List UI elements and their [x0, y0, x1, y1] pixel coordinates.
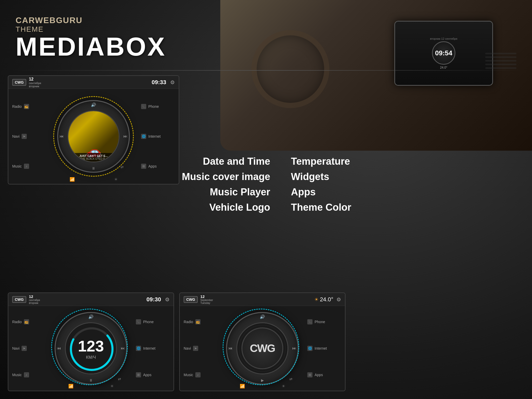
screen1-body: Radio 📻 Navi ➤ Music ♪ 🔊 ⏸	[8, 89, 179, 184]
screen3-center: 🔊 ▶ ⏮ ⏭ ⇄ CWG	[221, 306, 303, 391]
screen1-apps[interactable]: ⊞ Apps	[137, 162, 179, 171]
screen3-wheel-container: 🔊 ▶ ⏮ ⏭ ⇄ CWG	[226, 312, 299, 385]
screen1-date-month: сентября	[29, 82, 41, 85]
screen2-internet-label: Internet	[143, 346, 155, 350]
screen2-internet-icon: 🌐	[136, 346, 141, 351]
screen1-radio-icon: 📻	[24, 104, 29, 109]
screen2-navi-label: Navi	[12, 346, 19, 350]
screen3-shuffle-btn[interactable]: ⇄	[289, 377, 292, 381]
screen2-center: 🔊 ⏸ ⏮ ⏭ ⇄ 123	[50, 306, 132, 391]
screen2-time: 09:30	[147, 296, 161, 303]
screen2-phone-label: Phone	[143, 320, 154, 324]
features-left-col: Date and Time Music cover image Music Pl…	[182, 156, 270, 213]
screen1-bottom-icons: 📶 ☀	[50, 177, 137, 182]
screen2-navi[interactable]: Navi ➤	[8, 344, 50, 353]
screen2-date-month: сентября	[29, 299, 40, 302]
screen3-phone-icon: 📞	[307, 319, 312, 324]
screen3-music[interactable]: Music ♪	[180, 370, 221, 380]
product-name: MEDIABOX	[16, 34, 166, 59]
feature-music-cover: Music cover image	[182, 171, 270, 182]
screen2-radio-label: Radio	[12, 320, 22, 324]
screen1-navi-label: Navi	[12, 134, 19, 138]
screen1-music[interactable]: Music ♪	[8, 162, 50, 171]
dash-temp: 24.0°	[430, 66, 457, 69]
screen2-shuffle-btn[interactable]: ⇄	[118, 377, 121, 381]
screen3-apps-label: Apps	[315, 373, 323, 377]
screen1-phone-icon: 📞	[141, 104, 146, 109]
screen3-navi[interactable]: Navi ➤	[180, 344, 221, 353]
screen1-dashed-ring	[53, 96, 134, 177]
screen1-time: 09:33	[152, 79, 166, 86]
screen1-internet-label: Internet	[148, 134, 161, 138]
screen1-apps-label: Apps	[148, 164, 157, 168]
screen3-header: CWG 12 September Tuesday ☀ 24.0° ⚙	[180, 293, 345, 306]
screen3-internet-label: Internet	[315, 346, 327, 350]
feature-music-player: Music Player	[182, 187, 270, 198]
screen3-body: Radio 📻 Navi ➤ Music ♪ 🔊 ▶ ⏮	[180, 306, 345, 391]
screen2-music-icon: ♪	[24, 372, 29, 377]
screen3-radio-icon: 📻	[195, 319, 201, 324]
screen1-radio[interactable]: Radio 📻	[8, 102, 50, 111]
screen2-settings-icon[interactable]: ⚙	[165, 296, 170, 303]
screen2-phone-icon: 📞	[136, 319, 141, 324]
screen1-apps-icon: ⊞	[141, 164, 146, 169]
screen1-logo: CWG	[12, 79, 26, 86]
screen1-internet-icon: 🌐	[141, 134, 146, 139]
screen1-navi[interactable]: Navi ➤	[8, 132, 50, 141]
screen1-music-player: CWG 12 сентября вторник 09:33 ⚙ Radio 📻 …	[8, 75, 179, 184]
screen3-sun-icon: ☀	[314, 297, 318, 302]
screen2-right-nav: 📞 Phone 🌐 Internet ⊞ Apps	[132, 306, 174, 391]
screen1-brightness-icon: ☀	[114, 177, 118, 182]
screen1-wheel-container: 🔊 ⏸ ⏮ ⏭ ⇄ 🚗 JUST CAN'T GET E... THE	[57, 100, 130, 173]
feature-date-time: Date and Time	[182, 156, 270, 167]
screen3-phone-label: Phone	[315, 320, 325, 324]
screen1-right-nav: 📞 Phone 🌐 Internet ⊞ Apps	[137, 89, 179, 184]
screen2-left-nav: Radio 📻 Navi ➤ Music ♪	[8, 306, 50, 391]
screen3-settings-icon[interactable]: ⚙	[336, 296, 341, 303]
divider	[8, 70, 524, 71]
screen2-body: Radio 📻 Navi ➤ Music ♪ 🔊 ⏸ ⏮	[8, 306, 174, 391]
screen3-phone[interactable]: 📞 Phone	[303, 317, 345, 327]
screen2-logo: CWG	[12, 296, 26, 303]
screen2-dashed-ring	[51, 309, 128, 385]
screen3-logo-badge: CWG	[184, 296, 198, 303]
screen1-left-nav: Radio 📻 Navi ➤ Music ♪	[8, 89, 50, 184]
screen2-radio[interactable]: Radio 📻	[8, 317, 50, 327]
feature-apps: Apps	[291, 187, 351, 198]
screen3-navi-icon: ➤	[193, 346, 198, 351]
screen2-music[interactable]: Music ♪	[8, 370, 50, 380]
feature-widgets: Widgets	[291, 171, 351, 182]
screen2-phone[interactable]: 📞 Phone	[132, 317, 174, 327]
screen2-apps-label: Apps	[143, 373, 151, 377]
screen1-internet[interactable]: 🌐 Internet	[137, 132, 179, 141]
screen2-brightness-icon: ☀	[110, 384, 114, 389]
screen2-radio-icon: 📻	[24, 319, 29, 324]
features-right-col: Temperature Widgets Apps Theme Color	[291, 156, 351, 213]
screen1-music-label: Music	[12, 164, 22, 168]
screen1-header: CWG 12 сентября вторник 09:33 ⚙	[8, 76, 179, 89]
screen2-date-num: 12	[29, 294, 40, 299]
screen1-phone[interactable]: 📞 Phone	[137, 102, 179, 111]
screen1-center: 🔊 ⏸ ⏮ ⏭ ⇄ 🚗 JUST CAN'T GET E... THE	[50, 89, 137, 184]
screen3-navi-label: Navi	[184, 346, 191, 350]
dash-date: вторник 12 сентября	[430, 37, 457, 40]
header-section: CARWEBGURU THEME MEDIABOX	[16, 16, 166, 59]
screen2-apps[interactable]: ⊞ Apps	[132, 370, 174, 380]
screen2-internet[interactable]: 🌐 Internet	[132, 344, 174, 353]
screen3-apps-icon: ⊞	[307, 372, 312, 377]
screen2-music-label: Music	[12, 373, 22, 377]
screen1-settings-icon[interactable]: ⚙	[170, 79, 175, 85]
screen3-temp-display: ☀ 24.0°	[314, 296, 333, 303]
screen3-music-label: Music	[184, 373, 193, 377]
screen2-navi-icon: ➤	[22, 346, 27, 351]
screen2-wifi-icon: 📶	[68, 384, 74, 389]
screen3-brightness-icon: ☀	[282, 384, 285, 389]
screen3-radio[interactable]: Radio 📻	[180, 317, 221, 327]
screen3-temp-value: 24.0°	[320, 296, 333, 303]
screen3-right-nav: 📞 Phone 🌐 Internet ⊞ Apps	[303, 306, 345, 391]
features-section: Date and Time Music cover image Music Pl…	[182, 156, 516, 213]
screen3-music-icon: ♪	[195, 372, 201, 377]
screen2-date-day: вторник	[29, 302, 40, 304]
screen3-internet[interactable]: 🌐 Internet	[303, 344, 345, 353]
screen3-apps[interactable]: ⊞ Apps	[303, 370, 345, 380]
